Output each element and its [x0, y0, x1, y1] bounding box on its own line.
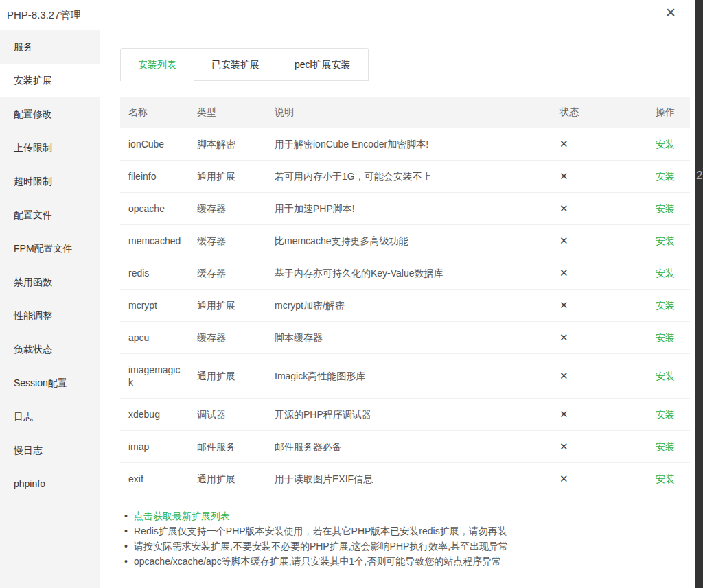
dialog-titlebar: PHP-8.3.27管理 ✕	[0, 0, 695, 30]
dialog-title: PHP-8.3.27管理	[7, 9, 81, 22]
table-row: mcrypt 通用扩展 mcrypt加密/解密 ✕ 安装	[120, 290, 690, 322]
extension-type: 通用扩展	[197, 370, 275, 382]
note-item: Redis扩展仅支持一个PHP版本安装使用，若在其它PHP版本已安装redis扩…	[124, 524, 690, 539]
table-row: imap 邮件服务 邮件服务器必备 ✕ 安装	[120, 431, 690, 463]
sidebar-item-4[interactable]: 超时限制	[0, 165, 100, 198]
sidebar-item-11[interactable]: 日志	[0, 400, 100, 434]
extension-type: 缓存器	[197, 267, 275, 279]
note-text: 请按实际需求安装扩展,不要安装不必要的PHP扩展,这会影响PHP执行效率,甚至出…	[134, 541, 508, 552]
extension-type: 缓存器	[197, 202, 275, 215]
extension-name: imap	[120, 440, 197, 453]
sidebar-item-13[interactable]: phpinfo	[0, 467, 100, 501]
column-header-name: 名称	[120, 106, 197, 119]
extension-desc: 用于加速PHP脚本!	[275, 202, 560, 215]
table-row: fileinfo 通用扩展 若可用内存小于1G，可能会安装不上 ✕ 安装	[120, 161, 690, 193]
sidebar-item-3[interactable]: 上传限制	[0, 131, 100, 165]
table-header: 名称 类型 说明 状态 操作	[120, 97, 690, 128]
tab-bar: 安装列表已安装扩展pecl扩展安装	[120, 48, 369, 81]
tab-2[interactable]: pecl扩展安装	[277, 49, 368, 81]
sidebar-item-1[interactable]: 安装扩展	[0, 64, 100, 97]
extension-name: xdebug	[120, 408, 197, 421]
sidebar-item-7[interactable]: 禁用函数	[0, 266, 100, 299]
install-button[interactable]: 安装	[656, 371, 675, 381]
note-text: opcache/xcache/apc等脚本缓存扩展,请只安装其中1个,否则可能导…	[134, 556, 501, 567]
extension-desc: 脚本缓存器	[275, 331, 560, 344]
sidebar-item-9[interactable]: 负载状态	[0, 333, 100, 366]
extension-type: 通用扩展	[197, 473, 275, 485]
column-header-type: 类型	[197, 106, 275, 119]
install-button[interactable]: 安装	[656, 300, 675, 311]
background-partial-text: 2	[696, 169, 702, 183]
extension-type: 通用扩展	[197, 170, 275, 183]
install-button[interactable]: 安装	[656, 409, 675, 420]
install-button[interactable]: 安装	[656, 203, 675, 214]
status-not-installed-icon: ✕	[560, 440, 568, 452]
column-header-action: 操作	[628, 106, 690, 119]
status-not-installed-icon: ✕	[560, 138, 568, 150]
extension-type: 通用扩展	[197, 299, 275, 311]
refresh-extension-list-link[interactable]: 点击获取最新扩展列表	[134, 510, 230, 521]
column-header-desc: 说明	[275, 106, 560, 119]
install-button[interactable]: 安装	[656, 441, 675, 452]
page-behind-overlay: 2	[695, 0, 703, 588]
table-row: exif 通用扩展 用于读取图片EXIF信息 ✕ 安装	[120, 463, 690, 495]
dialog-body: 服务安装扩展配置修改上传限制超时限制配置文件FPM配置文件禁用函数性能调整负载状…	[0, 30, 695, 588]
table-row: redis 缓存器 基于内存亦可持久化的Key-Value数据库 ✕ 安装	[120, 257, 690, 290]
extension-desc: 比memcache支持更多高级功能	[275, 235, 560, 247]
extension-name: memcached	[120, 235, 197, 247]
status-not-installed-icon: ✕	[560, 235, 568, 246]
install-button[interactable]: 安装	[656, 268, 675, 279]
table-row: xdebug 调试器 开源的PHP程序调试器 ✕ 安装	[120, 399, 690, 431]
sidebar-item-6[interactable]: FPM配置文件	[0, 232, 100, 266]
install-button[interactable]: 安装	[656, 171, 675, 182]
extension-name: ionCube	[120, 138, 197, 150]
extension-name: apcu	[120, 331, 197, 344]
sidebar-item-10[interactable]: Session配置	[0, 366, 100, 400]
status-not-installed-icon: ✕	[560, 473, 568, 484]
note-item: opcache/xcache/apc等脚本缓存扩展,请只安装其中1个,否则可能导…	[124, 554, 690, 569]
install-button[interactable]: 安装	[656, 139, 675, 150]
main-content: 安装列表已安装扩展pecl扩展安装 名称 类型 说明 状态 操作 ionCube…	[100, 30, 695, 588]
notes-list: 点击获取最新扩展列表Redis扩展仅支持一个PHP版本安装使用，若在其它PHP版…	[120, 508, 690, 569]
extension-name: exif	[120, 473, 197, 485]
install-button[interactable]: 安装	[656, 235, 675, 246]
status-not-installed-icon: ✕	[560, 331, 568, 343]
sidebar-item-2[interactable]: 配置修改	[0, 97, 100, 131]
extension-desc: Imagick高性能图形库	[275, 370, 560, 382]
install-button[interactable]: 安装	[656, 332, 675, 343]
extension-type: 调试器	[197, 408, 275, 421]
extension-desc: 基于内存亦可持久化的Key-Value数据库	[275, 267, 560, 279]
extension-name: mcrypt	[120, 299, 197, 311]
extension-desc: 用于解密ionCube Encoder加密脚本!	[275, 138, 560, 150]
extension-type: 缓存器	[197, 235, 275, 247]
extension-type: 邮件服务	[197, 440, 275, 453]
tab-1[interactable]: 已安装扩展	[194, 49, 277, 81]
status-not-installed-icon: ✕	[560, 202, 568, 214]
extension-desc: 用于读取图片EXIF信息	[275, 473, 560, 485]
status-not-installed-icon: ✕	[560, 170, 568, 182]
sidebar-item-0[interactable]: 服务	[0, 30, 100, 64]
note-item: 请按实际需求安装扩展,不要安装不必要的PHP扩展,这会影响PHP执行效率,甚至出…	[124, 539, 690, 554]
extension-name: redis	[120, 267, 197, 279]
extension-desc: 开源的PHP程序调试器	[275, 408, 560, 421]
status-not-installed-icon: ✕	[560, 370, 568, 381]
php-manager-dialog: PHP-8.3.27管理 ✕ 服务安装扩展配置修改上传限制超时限制配置文件FPM…	[0, 0, 695, 588]
column-header-status: 状态	[560, 106, 628, 119]
sidebar: 服务安装扩展配置修改上传限制超时限制配置文件FPM配置文件禁用函数性能调整负载状…	[0, 30, 100, 588]
table-row: opcache 缓存器 用于加速PHP脚本! ✕ 安装	[120, 193, 690, 225]
extension-name: opcache	[120, 202, 197, 215]
close-icon[interactable]: ✕	[663, 5, 678, 21]
extension-name: fileinfo	[120, 170, 197, 183]
sidebar-item-8[interactable]: 性能调整	[0, 299, 100, 333]
status-not-installed-icon: ✕	[560, 408, 568, 420]
sidebar-item-12[interactable]: 慢日志	[0, 434, 100, 467]
extension-name: imagemagick	[120, 364, 197, 388]
extension-type: 缓存器	[197, 331, 275, 344]
tab-0[interactable]: 安装列表	[121, 49, 194, 81]
extension-desc: 邮件服务器必备	[275, 440, 560, 453]
extension-table: 名称 类型 说明 状态 操作 ionCube 脚本解密 用于解密ionCube …	[120, 97, 690, 495]
install-button[interactable]: 安装	[656, 473, 675, 484]
table-row: memcached 缓存器 比memcache支持更多高级功能 ✕ 安装	[120, 225, 690, 257]
table-body: ionCube 脚本解密 用于解密ionCube Encoder加密脚本! ✕ …	[120, 128, 690, 495]
sidebar-item-5[interactable]: 配置文件	[0, 198, 100, 232]
